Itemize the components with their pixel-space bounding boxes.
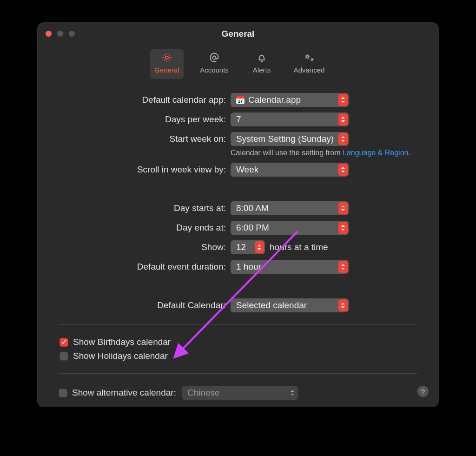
select-alt-calendar[interactable]: Chinese [182,386,298,400]
select-start-week-on[interactable]: System Setting (Sunday) [231,132,349,146]
tab-alerts[interactable]: Alerts [245,49,278,79]
select-value: 8:00 AM [236,203,269,213]
select-scroll-week[interactable]: Week [231,163,349,177]
checkbox-label: Show alternative calendar: [72,388,176,398]
bell-icon [256,51,267,64]
select-value: Week [236,165,258,175]
help-icon: ? [421,388,425,396]
select-day-ends[interactable]: 6:00 PM [231,221,349,235]
divider [59,189,417,189]
language-region-link[interactable]: Language & Region [343,149,408,157]
row-default-duration: Default event duration: 1 hour [59,260,417,274]
svg-point-1 [213,56,216,59]
chevron-updown-icon [338,164,348,176]
label-default-duration: Default event duration: [59,262,231,272]
divider [59,324,417,325]
hint-text: Calendar will use the setting from [231,149,343,157]
row-alternative-calendar: Show alternative calendar: Chinese [59,386,417,400]
tab-label: General [154,66,179,74]
row-start-week-on: Start week on: System Setting (Sunday) [59,132,417,146]
select-value: 12 [236,242,246,252]
label-default-calendar: Default Calendar: [59,300,231,311]
select-value: 7 [236,114,241,125]
chevron-updown-icon [338,222,348,234]
help-button[interactable]: ? [417,386,429,397]
select-default-calendar[interactable]: Selected calendar [231,298,349,312]
checkbox-icon [59,389,67,397]
preferences-window: General General Accounts [37,22,439,407]
content: Default calendar app: Calendar.app Days … [37,79,439,400]
select-show-hours[interactable]: 12 [231,240,265,254]
row-scroll-week: Scroll in week view by: Week [59,163,417,177]
checkbox-icon [60,338,68,347]
start-week-hint: Calendar will use the setting from Langu… [231,149,417,157]
svg-point-0 [165,56,168,59]
label-show-hours: Show: [59,242,231,252]
select-default-app[interactable]: Calendar.app [231,93,349,107]
row-days-per-week: Days per week: 7 [59,112,417,126]
checkbox-label: Show Birthdays calendar [73,337,171,347]
checkbox-label: Show Holidays calendar [73,351,168,361]
show-hours-suffix: hours at a time [270,242,328,252]
divider [59,373,417,374]
chevron-updown-icon [338,94,348,106]
chevron-updown-icon [338,113,348,126]
chevron-updown-icon [288,387,297,399]
select-value: Chinese [187,388,220,398]
window-title: General [37,29,439,39]
chevron-updown-icon [338,299,348,311]
gears-icon [303,51,315,64]
checkbox-birthdays[interactable]: Show Birthdays calendar [60,337,417,347]
tab-label: Alerts [253,66,271,74]
label-scroll-week: Scroll in week view by: [59,165,231,175]
tab-label: Advanced [294,66,325,74]
select-value: Calendar.app [248,95,301,105]
svg-point-2 [306,56,309,58]
label-day-starts: Day starts at: [59,203,231,213]
calendar-app-icon [236,96,245,104]
row-default-calendar: Default Calendar: Selected calendar [59,298,417,312]
label-day-ends: Day ends at: [59,223,231,233]
select-value: System Setting (Sunday) [236,134,334,144]
row-day-starts: Day starts at: 8:00 AM [59,201,417,215]
titlebar: General [37,22,439,30]
row-show-hours: Show: 12 hours at a time [59,240,417,254]
chevron-updown-icon [338,202,348,214]
label-default-app: Default calendar app: [59,95,231,105]
divider [59,286,417,286]
tab-general[interactable]: General [150,49,184,79]
tab-advanced[interactable]: Advanced [292,49,326,79]
checkbox-alt-calendar[interactable]: Show alternative calendar: [59,388,176,398]
chevron-updown-icon [338,133,348,145]
tab-label: Accounts [200,66,229,74]
row-default-app: Default calendar app: Calendar.app [59,93,417,107]
row-day-ends: Day ends at: 6:00 PM [59,221,417,235]
at-icon [209,51,220,64]
chevron-updown-icon [338,261,348,273]
gear-icon [161,51,172,64]
checkbox-holidays[interactable]: Show Holidays calendar [60,351,417,361]
label-days-per-week: Days per week: [59,114,231,125]
select-days-per-week[interactable]: 7 [231,112,349,126]
select-value: 1 hour [236,262,261,272]
chevron-updown-icon [255,241,264,253]
hint-text: . [408,149,410,157]
label-start-week-on: Start week on: [59,134,231,144]
checkbox-icon [60,352,68,361]
select-day-starts[interactable]: 8:00 AM [231,201,349,215]
select-default-duration[interactable]: 1 hour [231,260,349,274]
select-value: 6:00 PM [236,223,269,233]
toolbar: General Accounts Alerts [37,49,439,79]
checkbox-group: Show Birthdays calendar Show Holidays ca… [60,337,417,361]
select-value: Selected calendar [236,300,307,311]
svg-point-3 [311,59,313,60]
tab-accounts[interactable]: Accounts [198,49,231,79]
